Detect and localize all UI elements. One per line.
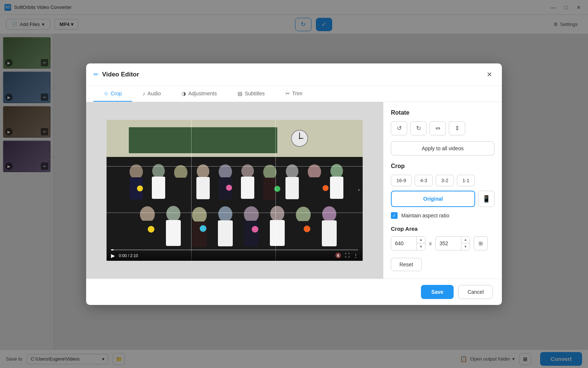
video-container: • ▶ 0:00 / 2:10 🔇 bbox=[86, 102, 383, 279]
svg-point-9 bbox=[152, 164, 165, 178]
svg-point-8 bbox=[130, 164, 143, 179]
svg-point-37 bbox=[270, 206, 284, 221]
svg-point-15 bbox=[286, 164, 298, 178]
svg-rect-23 bbox=[241, 177, 254, 199]
svg-point-31 bbox=[323, 185, 329, 191]
svg-point-11 bbox=[197, 164, 209, 178]
tab-adjustments[interactable]: ◑ Adjustments bbox=[171, 86, 227, 102]
flip-vertical-button[interactable]: ⇕ bbox=[449, 121, 465, 135]
svg-point-48 bbox=[148, 226, 154, 233]
flip-v-icon: ⇕ bbox=[455, 125, 460, 132]
video-progress-bar[interactable] bbox=[111, 249, 358, 250]
rotate-section-title: Rotate bbox=[391, 109, 494, 116]
svg-point-35 bbox=[218, 206, 232, 222]
width-input[interactable] bbox=[391, 237, 416, 249]
original-ratio-button[interactable]: Original bbox=[391, 191, 475, 207]
svg-point-34 bbox=[192, 207, 207, 223]
ratio-4-3-button[interactable]: 4-3 bbox=[415, 175, 433, 186]
rotate-ccw-button[interactable]: ↺ bbox=[391, 121, 407, 135]
height-input[interactable] bbox=[436, 237, 461, 249]
svg-rect-19 bbox=[152, 177, 165, 199]
portrait-icon: 📱 bbox=[482, 195, 490, 203]
ratio-16-9-button[interactable]: 16-9 bbox=[391, 175, 412, 186]
svg-rect-44 bbox=[244, 221, 259, 247]
svg-rect-40 bbox=[140, 221, 155, 247]
crop-tab-icon: ⊹ bbox=[104, 91, 108, 96]
crop-area-title: Crop Area bbox=[391, 226, 494, 232]
height-decrement[interactable]: ▼ bbox=[461, 243, 470, 250]
svg-point-50 bbox=[252, 226, 258, 233]
modal-header: ✏ Video Editor ✕ bbox=[86, 63, 502, 86]
video-frame: • ▶ 0:00 / 2:10 🔇 bbox=[107, 120, 363, 261]
tab-trim[interactable]: ✂ Trim bbox=[275, 86, 313, 102]
subtitles-tab-label: Subtitles bbox=[245, 91, 265, 96]
mute-icon[interactable]: 🔇 bbox=[335, 253, 341, 258]
crop-area-inputs: ▲ ▼ x ▲ ▼ ⊞ bbox=[391, 236, 494, 250]
crop-grid-button[interactable]: ⊞ bbox=[474, 236, 488, 250]
modal-body: • ▶ 0:00 / 2:10 🔇 bbox=[86, 102, 502, 279]
crop-section-title: Crop bbox=[391, 163, 494, 170]
svg-rect-41 bbox=[166, 220, 181, 246]
svg-point-29 bbox=[226, 185, 232, 191]
width-increment[interactable]: ▲ bbox=[417, 237, 425, 243]
maintain-aspect-checkbox[interactable]: ✓ bbox=[391, 212, 398, 219]
original-row: Original 📱 bbox=[391, 191, 494, 207]
play-button[interactable]: ▶ bbox=[111, 253, 115, 259]
svg-point-14 bbox=[263, 165, 277, 180]
rotate-cw-icon: ↻ bbox=[416, 125, 421, 132]
height-input-wrap: ▲ ▼ bbox=[435, 236, 470, 250]
subtitles-tab-icon: ▤ bbox=[238, 91, 242, 96]
cancel-button[interactable]: Cancel bbox=[458, 285, 493, 299]
svg-point-16 bbox=[308, 164, 321, 179]
svg-point-36 bbox=[244, 206, 259, 223]
svg-rect-26 bbox=[308, 177, 321, 200]
modal-footer: Save Cancel bbox=[86, 279, 502, 305]
svg-rect-46 bbox=[296, 221, 311, 247]
tab-crop[interactable]: ⊹ Crop bbox=[94, 86, 132, 102]
apply-all-button[interactable]: Apply to all videos bbox=[391, 141, 494, 155]
video-options-icon: • bbox=[358, 188, 360, 193]
video-controls: ▶ 0:00 / 2:10 🔇 ⛶ ⋮ bbox=[107, 246, 363, 261]
video-time: 0:00 / 2:10 bbox=[119, 253, 138, 258]
progress-fill bbox=[111, 249, 114, 250]
tab-audio[interactable]: ♪ Audio bbox=[132, 86, 171, 102]
svg-point-39 bbox=[322, 206, 336, 222]
ratio-1-1-button[interactable]: 1-1 bbox=[457, 175, 475, 186]
video-editor-modal: ✏ Video Editor ✕ ⊹ Crop ♪ Audio ◑ Adjust… bbox=[86, 63, 502, 305]
width-input-wrap: ▲ ▼ bbox=[391, 236, 425, 250]
more-options-icon[interactable]: ⋮ bbox=[353, 253, 358, 258]
svg-point-30 bbox=[274, 186, 280, 192]
audio-tab-icon: ♪ bbox=[143, 91, 145, 96]
portrait-mode-button[interactable]: 📱 bbox=[478, 191, 494, 207]
crop-section: Crop 16-9 4-3 3-2 bbox=[391, 163, 494, 219]
crop-ratio-buttons: 16-9 4-3 3-2 1-1 bbox=[391, 175, 494, 186]
save-button[interactable]: Save bbox=[421, 285, 454, 299]
flip-h-icon: ⇔ bbox=[435, 125, 440, 132]
svg-rect-21 bbox=[196, 177, 210, 199]
svg-rect-45 bbox=[270, 220, 285, 246]
rotate-ccw-icon: ↺ bbox=[397, 125, 402, 132]
width-spinners: ▲ ▼ bbox=[416, 237, 425, 250]
trim-tab-icon: ✂ bbox=[285, 91, 290, 96]
fullscreen-icon[interactable]: ⛶ bbox=[345, 253, 350, 258]
width-decrement[interactable]: ▼ bbox=[417, 243, 425, 250]
grid-icon: ⊞ bbox=[478, 240, 483, 246]
dimension-separator: x bbox=[429, 240, 432, 246]
audio-tab-label: Audio bbox=[147, 91, 161, 96]
tab-subtitles[interactable]: ▤ Subtitles bbox=[227, 86, 275, 102]
svg-point-32 bbox=[140, 206, 155, 223]
reset-button[interactable]: Reset bbox=[391, 258, 422, 271]
modal-close-button[interactable]: ✕ bbox=[484, 69, 494, 80]
adjustments-tab-icon: ◑ bbox=[182, 91, 186, 96]
svg-rect-20 bbox=[174, 178, 187, 200]
maintain-aspect-row: ✓ Maintain aspect ratio bbox=[391, 212, 494, 219]
ratio-3-2-button[interactable]: 3-2 bbox=[436, 175, 454, 186]
modal-tabs: ⊹ Crop ♪ Audio ◑ Adjustments ▤ Subtitles… bbox=[86, 86, 502, 102]
flip-horizontal-button[interactable]: ⇔ bbox=[429, 121, 446, 135]
svg-point-28 bbox=[137, 185, 143, 191]
height-increment[interactable]: ▲ bbox=[461, 237, 470, 243]
modal-overlay: ✏ Video Editor ✕ ⊹ Crop ♪ Audio ◑ Adjust… bbox=[0, 0, 588, 368]
maintain-aspect-label: Maintain aspect ratio bbox=[401, 213, 449, 218]
rotate-cw-button[interactable]: ↻ bbox=[410, 121, 427, 135]
svg-rect-42 bbox=[192, 221, 207, 247]
